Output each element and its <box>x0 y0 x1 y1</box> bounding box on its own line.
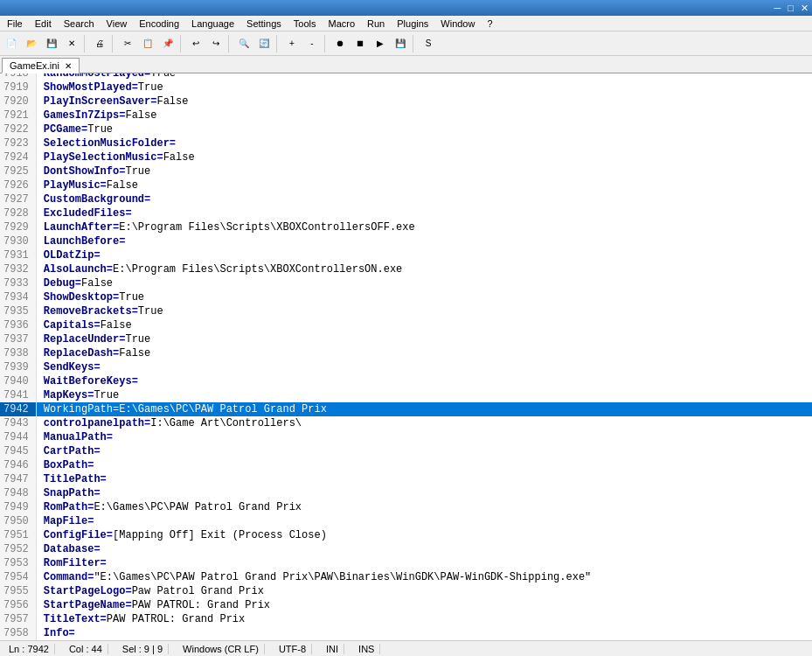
syntax-btn[interactable]: S <box>419 34 438 53</box>
line-7951[interactable]: 7951ConfigFile=[Mapping Off] Exit (Proce… <box>0 528 812 542</box>
line-7920[interactable]: 7920PlayInScreenSaver=False <box>0 94 812 108</box>
macro-stop-btn[interactable]: ⏹ <box>350 34 370 53</box>
line-7921[interactable]: 7921GamesIn7Zips=False <box>0 108 812 122</box>
macro-play-btn[interactable]: ▶ <box>371 34 390 53</box>
line-7953[interactable]: 7953RomFilter= <box>0 556 812 570</box>
line-7925[interactable]: 7925DontShowInfo=True <box>0 164 812 178</box>
line-7938[interactable]: 7938ReplaceDash=False <box>0 346 812 360</box>
line-content-7941: MapKeys=True <box>37 388 812 402</box>
line-content-7950: MapFile= <box>37 514 812 528</box>
line-7956[interactable]: 7956StartPageName=PAW PATROL: Grand Prix <box>0 598 812 612</box>
line-7946[interactable]: 7946BoxPath= <box>0 458 812 472</box>
tab-gameex-ini[interactable]: GameEx.ini ✕ <box>2 58 80 73</box>
status-line: Ln : 7942 <box>3 644 55 654</box>
line-content-7923: SelectionMusicFolder= <box>37 136 812 150</box>
line-7918[interactable]: 7918RandomMostPlayed=True <box>0 73 812 80</box>
editor[interactable]: 7916UseDbName=False7917[Emulator_46]7918… <box>0 73 812 640</box>
sep6 <box>324 35 328 52</box>
line-7922[interactable]: 7922PCGame=True <box>0 122 812 136</box>
line-7945[interactable]: 7945CartPath= <box>0 444 812 458</box>
menu-item-plugins[interactable]: Plugins <box>392 17 434 30</box>
line-7932[interactable]: 7932AlsoLaunch=E:\Program Files\Scripts\… <box>0 262 812 276</box>
menu-item-window[interactable]: Window <box>435 17 480 30</box>
tab-close[interactable]: ✕ <box>65 61 72 71</box>
line-7929[interactable]: 7929LaunchAfter=E:\Program Files\Scripts… <box>0 220 812 234</box>
menu-item-edit[interactable]: Edit <box>30 17 57 30</box>
menu-item-file[interactable]: File <box>2 17 28 30</box>
close-btn[interactable]: ✕ <box>801 3 809 14</box>
new-btn[interactable]: 📄 <box>2 34 21 53</box>
print-btn[interactable]: 🖨 <box>90 34 109 53</box>
menu-item-macro[interactable]: Macro <box>323 17 360 30</box>
line-number-7925: 7925 <box>0 164 37 178</box>
line-content-7921: GamesIn7Zips=False <box>37 108 812 122</box>
menu-item-view[interactable]: View <box>101 17 133 30</box>
line-content-7952: Database= <box>37 542 812 556</box>
paste-btn[interactable]: 📌 <box>158 34 177 53</box>
line-7942[interactable]: 7942WorkingPath=E:\Games\PC\PAW Patrol G… <box>0 402 812 416</box>
line-content-7958: Info= <box>37 626 812 640</box>
line-7941[interactable]: 7941MapKeys=True <box>0 388 812 402</box>
minimize-btn[interactable]: ─ <box>774 3 781 14</box>
menu-item-run[interactable]: Run <box>362 17 390 30</box>
line-7928[interactable]: 7928ExcludedFiles= <box>0 206 812 220</box>
line-7954[interactable]: 7954Command="E:\Games\PC\PAW Patrol Gran… <box>0 570 812 584</box>
line-7935[interactable]: 7935RemoveBrackets=True <box>0 304 812 318</box>
line-number-7955: 7955 <box>0 584 37 598</box>
macro-record-btn[interactable]: ⏺ <box>330 34 350 53</box>
line-7939[interactable]: 7939SendKeys= <box>0 360 812 374</box>
macro-save-btn[interactable]: 💾 <box>391 34 410 53</box>
line-content-7918: RandomMostPlayed=True <box>37 73 812 80</box>
save-btn[interactable]: 💾 <box>42 34 61 53</box>
menu-item-encoding[interactable]: Encoding <box>134 17 184 30</box>
line-7927[interactable]: 7927CustomBackground= <box>0 192 812 206</box>
open-btn[interactable]: 📂 <box>22 34 41 53</box>
menu-item-settings[interactable]: Settings <box>241 17 287 30</box>
line-7952[interactable]: 7952Database= <box>0 542 812 556</box>
line-7949[interactable]: 7949RomPath=E:\Games\PC\PAW Patrol Grand… <box>0 500 812 514</box>
line-7930[interactable]: 7930LaunchBefore= <box>0 234 812 248</box>
copy-btn[interactable]: 📋 <box>138 34 157 53</box>
line-7948[interactable]: 7948SnapPath= <box>0 486 812 500</box>
line-7923[interactable]: 7923SelectionMusicFolder= <box>0 136 812 150</box>
line-number-7935: 7935 <box>0 304 37 318</box>
line-number-7929: 7929 <box>0 220 37 234</box>
line-content-7944: ManualPath= <box>37 430 812 444</box>
line-7924[interactable]: 7924PlaySelectionMusic=False <box>0 150 812 164</box>
redo-btn[interactable]: ↪ <box>206 34 226 53</box>
line-number-7941: 7941 <box>0 388 37 402</box>
line-number-7946: 7946 <box>0 458 37 472</box>
replace-btn[interactable]: 🔄 <box>254 34 274 53</box>
line-7936[interactable]: 7936Capitals=False <box>0 318 812 332</box>
line-content-7946: BoxPath= <box>37 458 812 472</box>
menu-item-search[interactable]: Search <box>59 17 100 30</box>
line-7950[interactable]: 7950MapFile= <box>0 514 812 528</box>
zoom-out-btn[interactable]: - <box>302 34 322 53</box>
cut-btn[interactable]: ✂ <box>118 34 137 53</box>
line-7926[interactable]: 7926PlayMusic=False <box>0 178 812 192</box>
line-7934[interactable]: 7934ShowDesktop=True <box>0 290 812 304</box>
zoom-in-btn[interactable]: + <box>282 34 302 53</box>
line-number-7950: 7950 <box>0 514 37 528</box>
line-7919[interactable]: 7919ShowMostPlayed=True <box>0 80 812 94</box>
line-number-7934: 7934 <box>0 290 37 304</box>
close-file-btn[interactable]: ✕ <box>62 34 81 53</box>
line-7943[interactable]: 7943controlpanelpath=I:\Game Art\Control… <box>0 416 812 430</box>
line-number-7922: 7922 <box>0 122 37 136</box>
line-7958[interactable]: 7958Info= <box>0 626 812 640</box>
line-7933[interactable]: 7933Debug=False <box>0 276 812 290</box>
undo-btn[interactable]: ↩ <box>186 34 205 53</box>
line-7957[interactable]: 7957TitleText=PAW PATROL: Grand Prix <box>0 612 812 626</box>
menu-item-tools[interactable]: Tools <box>288 17 322 30</box>
line-7955[interactable]: 7955StartPageLogo=Paw Patrol Grand Prix <box>0 584 812 598</box>
line-7940[interactable]: 7940WaitBeforeKeys= <box>0 374 812 388</box>
line-7937[interactable]: 7937ReplaceUnder=True <box>0 332 812 346</box>
line-7944[interactable]: 7944ManualPath= <box>0 430 812 444</box>
menu-bar: FileEditSearchViewEncodingLanguageSettin… <box>0 16 812 31</box>
line-7947[interactable]: 7947TitlePath= <box>0 472 812 486</box>
find-btn[interactable]: 🔍 <box>234 34 253 53</box>
menu-item-language[interactable]: Language <box>186 17 239 30</box>
line-7931[interactable]: 7931OLDatZip= <box>0 248 812 262</box>
maximize-btn[interactable]: □ <box>788 3 794 14</box>
menu-item-?[interactable]: ? <box>482 17 497 30</box>
